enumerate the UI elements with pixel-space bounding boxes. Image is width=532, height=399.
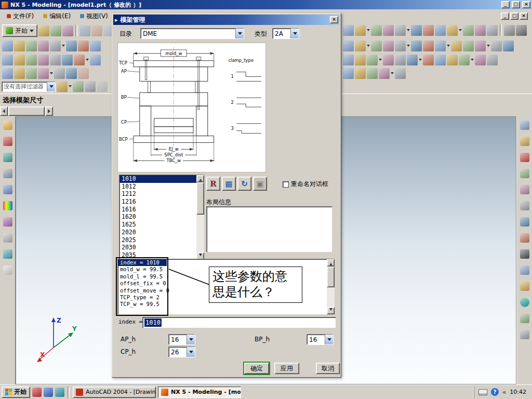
toolbar-icon[interactable] — [447, 25, 458, 36]
size-list-item[interactable]: 1010 — [119, 175, 196, 183]
toolbar-icon[interactable] — [487, 55, 498, 65]
toolbar-icon[interactable] — [395, 68, 406, 79]
toolbar-icon[interactable] — [26, 41, 37, 51]
toolbar-icon[interactable] — [520, 169, 529, 178]
toolbar-icon[interactable] — [451, 41, 462, 51]
start-module-button[interactable]: 开始 — [2, 24, 37, 37]
toolbar-icon[interactable] — [97, 81, 108, 92]
toolbar-icon[interactable] — [383, 41, 394, 51]
size-list-scrollbar[interactable] — [196, 175, 204, 260]
scroll-up-icon[interactable] — [327, 259, 335, 267]
scroll-down-icon[interactable] — [327, 307, 335, 314]
toolbar-icon[interactable] — [355, 25, 366, 36]
toolbar-icon[interactable] — [395, 55, 406, 65]
toolbar-icon[interactable] — [371, 41, 382, 51]
toolbar-icon[interactable] — [50, 55, 61, 65]
chevron-down-icon[interactable] — [325, 335, 333, 344]
templates-icon[interactable] — [3, 265, 12, 275]
size-list-item[interactable]: 2025 — [119, 236, 196, 244]
size-list-item[interactable]: 1616 — [119, 206, 196, 214]
toolbar-icon[interactable] — [85, 81, 96, 92]
toolbar-icon[interactable] — [343, 68, 354, 79]
web-browser-icon[interactable] — [3, 249, 12, 259]
toolbar-icon[interactable] — [435, 55, 446, 65]
toolbar-icon[interactable] — [395, 41, 406, 51]
tray-expand-icon[interactable]: « — [502, 389, 506, 396]
menu-edit[interactable]: 编辑(E) — [38, 10, 75, 22]
toolbar-icon[interactable] — [520, 314, 529, 323]
toolbar-icon[interactable] — [411, 25, 422, 36]
layout-info-box[interactable] — [206, 206, 332, 252]
cancel-button[interactable]: 取消 — [316, 363, 340, 374]
menu-view[interactable]: 视图(V) — [75, 10, 113, 22]
scrollbar-thumb[interactable] — [327, 267, 335, 287]
toolbar-icon[interactable] — [78, 41, 89, 51]
taskbar-task-autocad[interactable]: AutoCAD 2004 - [Drawin... — [73, 387, 156, 398]
toolbar-icon[interactable] — [520, 201, 529, 210]
dialog-close-button[interactable]: × — [330, 16, 338, 23]
minimize-button[interactable]: _ — [501, 1, 510, 8]
snap-endpoint-icon[interactable] — [14, 68, 25, 79]
size-list-item[interactable]: 2030 — [119, 244, 196, 251]
table-button[interactable]: ▦ — [222, 177, 236, 191]
toolbar-icon[interactable] — [435, 41, 446, 51]
toolbar-icon[interactable] — [411, 41, 422, 51]
chevron-down-icon[interactable] — [290, 29, 299, 38]
apply-button[interactable]: 应用 — [274, 363, 299, 374]
toolbar-icon[interactable] — [38, 55, 49, 65]
system-materials-icon[interactable] — [3, 233, 12, 243]
toolbar-icon[interactable] — [423, 41, 434, 51]
toolbar-icon[interactable] — [367, 55, 378, 65]
save-icon[interactable] — [62, 25, 73, 36]
toolbar-icon[interactable] — [50, 41, 61, 51]
reuse-library-icon[interactable] — [3, 185, 12, 194]
scrollbar-thumb[interactable] — [196, 182, 204, 215]
history-icon[interactable] — [3, 169, 12, 178]
toolbar-icon[interactable] — [423, 25, 434, 36]
toolbar-icon[interactable] — [487, 25, 498, 36]
catalog-combo[interactable]: DME — [140, 28, 244, 39]
size-list-item[interactable]: 1212 — [119, 190, 196, 198]
toolbar-icon[interactable] — [475, 55, 486, 65]
rename-dialog-option[interactable]: 重命名对话框 — [283, 180, 328, 189]
part-navigator-icon[interactable] — [3, 153, 12, 162]
cut-icon[interactable] — [79, 25, 90, 36]
start-button[interactable]: 开始 — [2, 387, 30, 398]
toolbar-icon[interactable] — [395, 25, 406, 36]
size-list-item[interactable]: 1012 — [119, 183, 196, 191]
toolbar-icon[interactable] — [520, 282, 529, 291]
size-list-item[interactable]: 2035 — [119, 251, 196, 259]
chevron-down-icon[interactable] — [187, 347, 195, 357]
toolbar-icon[interactable] — [435, 25, 446, 36]
chevron-down-icon[interactable] — [187, 335, 195, 344]
size-list[interactable]: 1010 1012 1212 1216 1616 1620 1625 2020 … — [119, 175, 204, 260]
toolbar-icon[interactable] — [463, 41, 474, 51]
toolbar-icon[interactable] — [66, 41, 77, 51]
toolbar-icon[interactable] — [383, 55, 394, 65]
open-file-icon[interactable] — [50, 25, 61, 36]
rotate-view-button[interactable]: ↻ — [237, 177, 251, 191]
toolbar-icon[interactable] — [520, 265, 529, 275]
quicklaunch-icon[interactable] — [55, 388, 64, 397]
toolbar-icon[interactable] — [520, 121, 529, 130]
child-restore-button[interactable]: □ — [510, 12, 518, 20]
dialog-titlebar[interactable]: ▸ 模架管理 × — [113, 15, 340, 25]
restore-button[interactable]: □ — [512, 1, 520, 8]
chevron-down-icon[interactable] — [47, 82, 55, 91]
toolbar-icon[interactable] — [379, 68, 390, 79]
toolbar-icon[interactable] — [520, 330, 529, 339]
toolbar-icon[interactable] — [423, 55, 434, 65]
toolbar-icon[interactable] — [54, 68, 65, 79]
toolbar-icon[interactable] — [459, 55, 470, 65]
toolbar-icon[interactable] — [343, 41, 354, 51]
keyboard-layout-icon[interactable] — [478, 389, 487, 395]
snap-center-icon[interactable] — [38, 68, 49, 79]
clipboard-button[interactable]: ▣ — [253, 177, 267, 191]
toolbar-icon[interactable] — [503, 41, 514, 51]
ap-h-combo[interactable]: 16 — [168, 334, 195, 345]
toolbar-icon[interactable] — [73, 81, 84, 92]
toolbar-icon[interactable] — [367, 68, 378, 79]
toolbar-icon[interactable] — [407, 55, 418, 65]
copy-icon[interactable] — [91, 25, 102, 36]
toolbar-icon[interactable] — [38, 41, 49, 51]
